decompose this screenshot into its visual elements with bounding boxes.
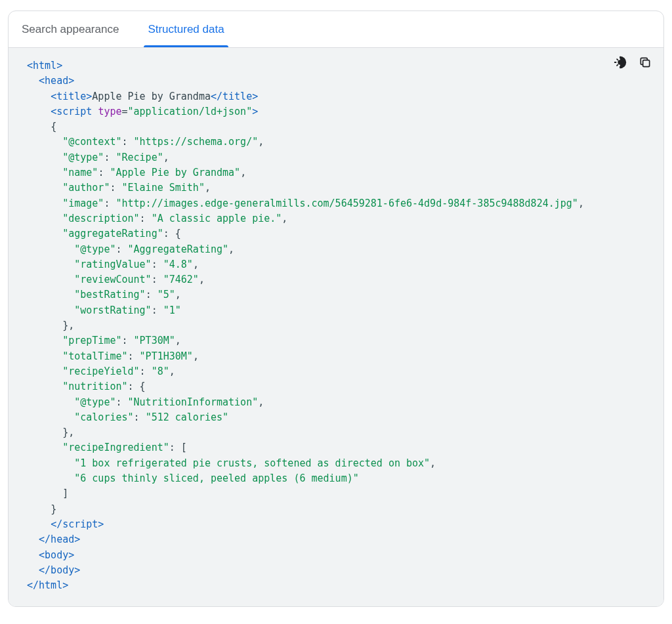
code-actions <box>612 54 653 70</box>
tab-search-appearance[interactable]: Search appearance <box>22 12 132 47</box>
code-block: <html> <head> <title>Apple Pie by Grandm… <box>27 58 645 593</box>
structured-data-panel: Search appearance Structured data <html>… <box>8 10 664 607</box>
tab-structured-data[interactable]: Structured data <box>148 12 237 47</box>
tab-bar: Search appearance Structured data <box>9 11 663 48</box>
dark-theme-icon[interactable] <box>612 54 628 70</box>
copy-icon[interactable] <box>637 54 653 70</box>
svg-rect-0 <box>643 60 650 67</box>
code-container: <html> <head> <title>Apple Pie by Grandm… <box>9 48 663 606</box>
